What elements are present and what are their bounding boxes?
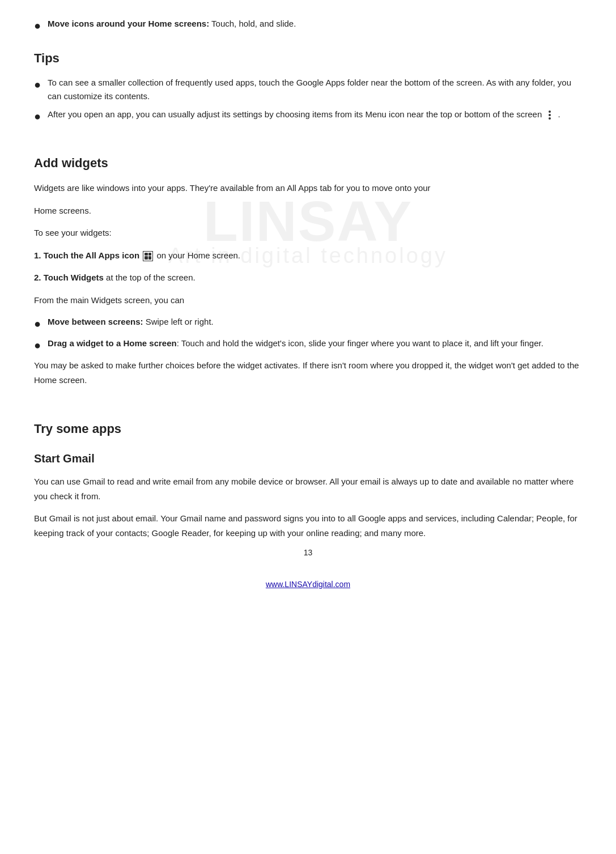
add-widgets-para1: Widgets are like windows into your apps.… — [34, 181, 582, 196]
bullet-dot-4: ● — [34, 315, 41, 332]
widgets-bullet2-text: Drag a widget to a Home screen: Touch an… — [48, 337, 582, 350]
start-gmail-para1: You can use Gmail to read and write emai… — [34, 474, 582, 503]
move-icons-text: Move icons around your Home screens: Tou… — [48, 17, 582, 31]
bullet-dot-3: ● — [34, 108, 41, 125]
add-widgets-step2: 2. Touch Widgets at the top of the scree… — [34, 270, 582, 285]
add-widgets-para4: You may be asked to make further choices… — [34, 358, 582, 387]
all-apps-icon — [143, 251, 153, 261]
menu-icon — [545, 110, 554, 120]
add-widgets-para2: To see your widgets: — [34, 226, 582, 240]
widgets-bullet1-text: Move between screens: Swipe left or righ… — [48, 315, 582, 329]
widgets-bullet1: ● Move between screens: Swipe left or ri… — [34, 315, 582, 332]
move-icons-bullet: ● Move icons around your Home screens: T… — [34, 17, 582, 34]
add-widgets-para3: From the main Widgets screen, you can — [34, 293, 582, 308]
step1-prefix: 1. Touch the All Apps icon — [34, 250, 139, 260]
widgets-bullet2: ● Drag a widget to a Home screen: Touch … — [34, 337, 582, 354]
tips-bullet1: ● To can see a smaller collection of fre… — [34, 76, 582, 103]
add-widgets-step1: 1. Touch the All Apps icon on your Home … — [34, 248, 582, 263]
bullet-dot: ● — [34, 17, 41, 34]
footer-link[interactable]: www.LINSAYdigital.com — [266, 580, 350, 589]
tips-bullet1-text: To can see a smaller collection of frequ… — [48, 76, 582, 103]
try-some-apps-title: Try some apps — [34, 422, 582, 436]
step2-bold: Widgets — [71, 273, 104, 282]
bullet-dot-2: ● — [34, 76, 41, 93]
bullet-dot-5: ● — [34, 337, 41, 354]
add-widgets-title: Add widgets — [34, 156, 582, 171]
tips-bullet2: ● After you open an app, you can usually… — [34, 108, 582, 125]
page-number: 13 — [34, 548, 582, 557]
tips-bullet2-text: After you open an app, you can usually a… — [48, 108, 582, 121]
page-footer: www.LINSAYdigital.com — [34, 580, 582, 589]
step1-suffix: on your Home screen. — [156, 250, 240, 260]
start-gmail-title: Start Gmail — [34, 452, 582, 465]
step2-prefix: 2. Touch — [34, 273, 71, 282]
step2-suffix: at the top of the screen. — [104, 273, 196, 282]
tips-title: Tips — [34, 51, 582, 66]
start-gmail-para2: But Gmail is not just about email. Your … — [34, 511, 582, 540]
add-widgets-para1b: Home screens. — [34, 203, 582, 218]
